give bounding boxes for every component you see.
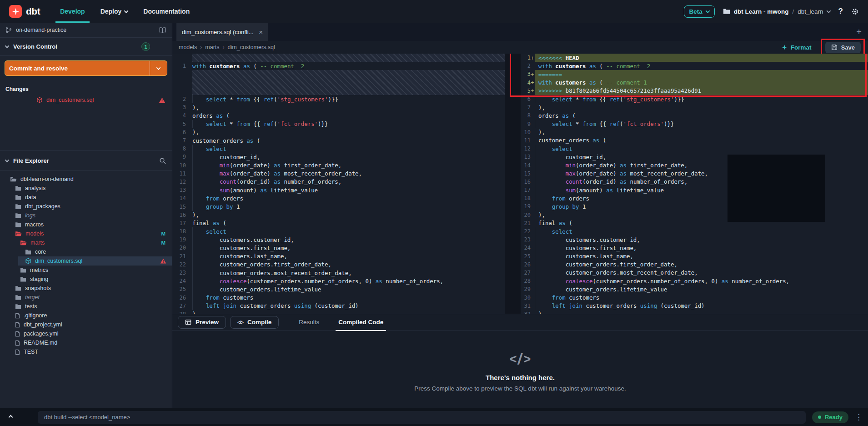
file-explorer-header[interactable]: File Explorer	[0, 151, 172, 171]
chevron-down-icon	[826, 9, 831, 13]
brand-text: dbt	[26, 6, 40, 17]
command-input[interactable]	[38, 411, 806, 424]
breadcrumb-marts[interactable]: marts	[205, 44, 219, 50]
code-text: left join customer_orders using (custome…	[192, 302, 505, 310]
file-icon	[15, 340, 20, 346]
line-number: 22	[521, 228, 531, 235]
tree-item-dbt-packages[interactable]: dbt_packages	[0, 202, 172, 211]
tree-item-models[interactable]: modelsM	[0, 229, 172, 238]
tree-item-packages-yml[interactable]: packages.yml	[0, 329, 172, 338]
nav-item-documentation[interactable]: Documentation	[139, 0, 194, 23]
breadcrumb-models[interactable]: models	[179, 44, 197, 50]
code-text: from customers	[535, 293, 868, 301]
line-number: 21	[521, 220, 531, 226]
tree-item-analysis[interactable]: analysis	[0, 184, 172, 193]
code-line-32: 32)	[521, 310, 868, 314]
empty-state-subtitle: Press Compile above to preview the SQL d…	[414, 385, 626, 392]
tab-compiled-code[interactable]: Compiled Code	[336, 314, 385, 331]
tree-item-target[interactable]: target	[0, 293, 172, 302]
tree-item-dim-customers-sql[interactable]: dim_customers.sql	[0, 256, 172, 266]
code-text: customer_orders as (	[535, 136, 868, 145]
line-number: 13	[172, 187, 186, 193]
project-selector[interactable]: dbt Learn - mwong / dbt_learn	[723, 8, 830, 15]
code-line-4: 4orders as (	[172, 111, 505, 120]
nav-item-develop[interactable]: Develop	[55, 0, 89, 23]
code-line-5: 5+>>>>>>> b81f802a66fd544504c65721e3ffaa…	[521, 87, 868, 95]
line-number: 14	[521, 162, 531, 169]
code-text: with customers as ( -- comment 1	[535, 79, 868, 87]
code-line-3: 3+=======	[521, 70, 868, 78]
code-text: select * from {{ ref('fct_orders')}}	[535, 120, 868, 128]
tree-item-metrics[interactable]: metrics	[0, 266, 172, 275]
compile-button[interactable]: </> Compile	[230, 316, 279, 329]
dbt-logo[interactable]	[9, 5, 22, 18]
beta-dropdown[interactable]: Beta	[684, 5, 715, 18]
tab-results[interactable]: Results	[297, 314, 321, 331]
code-line-15: 15 group by 1	[172, 202, 505, 210]
code-pane-working[interactable]: 1with customers as ( -- comment 22 selec…	[172, 54, 505, 314]
code-line-30: 30 from customers	[521, 293, 868, 301]
tree-item-staging[interactable]: staging	[0, 275, 172, 284]
nav-item-deploy[interactable]: Deploy	[96, 0, 133, 23]
tree-item-label: packages.yml	[24, 331, 58, 337]
line-number: 19	[521, 203, 531, 210]
line-number: 29	[521, 286, 531, 292]
tree-item-readme-md[interactable]: README.md	[0, 338, 172, 347]
model-icon	[25, 258, 31, 264]
help-button[interactable]: ?	[838, 7, 843, 16]
code-text: final as (	[192, 219, 505, 227]
code-line-24: 24 customers.first_name,	[521, 244, 868, 252]
save-button[interactable]: Save	[825, 42, 861, 53]
tree-item-logs[interactable]: logs	[0, 211, 172, 220]
format-button[interactable]: Format	[781, 44, 812, 51]
tree-item-marts[interactable]: martsM	[0, 238, 172, 247]
version-control-header[interactable]: Version Control 1	[0, 38, 172, 56]
changed-file-item[interactable]: dim_customers.sql	[0, 94, 172, 106]
tree-item-label: marts	[30, 240, 45, 246]
breadcrumb-file[interactable]: dim_customers.sql	[228, 44, 275, 50]
tree-item-dbt-project-yml[interactable]: dbt_project.yml	[0, 320, 172, 329]
tree-item--gitignore[interactable]: .gitignore	[0, 311, 172, 320]
tree-item-snapshots[interactable]: snapshots	[0, 284, 172, 293]
commit-and-resolve-button[interactable]: Commit and resolve	[5, 60, 167, 76]
docs-book-icon[interactable]	[159, 27, 166, 34]
commit-options-toggle[interactable]	[150, 61, 167, 75]
code-text: customers.customer_id,	[192, 236, 505, 244]
tree-item-label: dbt_packages	[25, 203, 60, 210]
line-number: 27	[521, 270, 531, 276]
code-text: customer_orders.first_order_date,	[192, 261, 505, 269]
branch-selector[interactable]: on-demand-practice	[0, 23, 172, 38]
code-text: select	[192, 227, 505, 236]
tree-item-test[interactable]: TEST	[0, 347, 172, 356]
new-tab-button[interactable]: +	[856, 27, 862, 37]
code-text: left join customer_orders using (custome…	[535, 302, 868, 310]
preview-button[interactable]: Preview	[178, 316, 226, 329]
tree-item-tests[interactable]: tests	[0, 302, 172, 311]
gear-icon[interactable]	[851, 8, 859, 15]
tree-item-label: dbt-learn-on-demand	[20, 176, 74, 182]
folder-icon	[20, 276, 26, 282]
preview-label: Preview	[196, 319, 219, 326]
code-text: select * from {{ ref('stg_customers')}}	[535, 95, 868, 103]
chevron-up-icon[interactable]	[9, 415, 13, 420]
compiled-code-tab-label: Compiled Code	[338, 319, 383, 326]
kebab-menu-icon[interactable]: ⋮	[855, 412, 863, 422]
line-number: 21	[172, 253, 186, 260]
code-text: )	[192, 310, 505, 314]
tree-item-dbt-learn-on-demand[interactable]: dbt-learn-on-demand	[0, 175, 172, 184]
line-number: 13	[521, 154, 531, 160]
tree-item-core[interactable]: core	[0, 247, 172, 256]
search-icon[interactable]	[159, 157, 166, 165]
tree-item-data[interactable]: data	[0, 193, 172, 202]
code-line-10: 10 min(order_date) as first_order_date,	[172, 161, 505, 169]
chevron-down-icon	[124, 9, 129, 13]
tab-dim-customers[interactable]: dim_customers.sql (confli... ×	[176, 23, 268, 41]
conflict-warning-icon	[159, 97, 166, 103]
tree-item-macros[interactable]: macros	[0, 220, 172, 229]
code-line-25: 25 customers.last_name,	[521, 252, 868, 261]
branch-name: on-demand-practice	[16, 27, 66, 33]
close-icon[interactable]: ×	[259, 28, 263, 36]
pane-divider[interactable]	[505, 54, 521, 314]
line-number: 26	[521, 261, 531, 268]
line-number: 24	[521, 245, 531, 251]
